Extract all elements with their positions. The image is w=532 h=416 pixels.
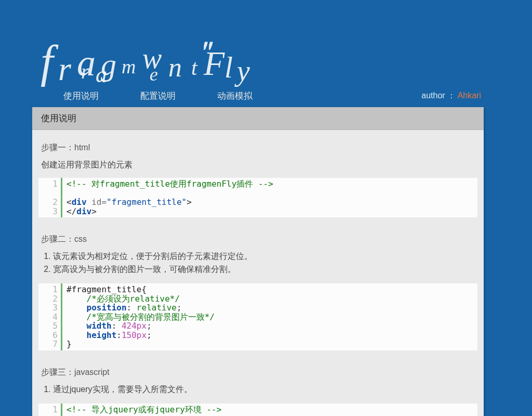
- step1-desc: 创建运用背景图片的元素: [32, 158, 484, 178]
- content-panel: 使用说明 步骤一：html 创建运用背景图片的元素 1 2 3 <!-- 对fr…: [32, 107, 484, 416]
- nav-link-usage[interactable]: 使用说明: [63, 90, 99, 102]
- code-lines: <!-- 对fragment_title使用fragmenFly插件 --> <…: [62, 178, 477, 217]
- section-header: 使用说明: [32, 107, 484, 130]
- author-sep: ：: [447, 91, 456, 100]
- step2-heading: 步骤二：css: [32, 220, 484, 249]
- step2-item: 宽高设为与被分割的图片一致，可确保精准分割。: [53, 263, 475, 276]
- author-name-link[interactable]: Ahkari: [458, 91, 481, 100]
- author-label: author: [421, 91, 445, 100]
- step3-heading: 步骤三：javascript: [32, 354, 484, 382]
- step1-code: 1 2 3 <!-- 对fragment_title使用fragmenFly插件…: [38, 178, 477, 217]
- code-lines: <!-- 导入jquery或有jquery环境 --> <script src=…: [62, 404, 477, 417]
- header-area: f r a r a g m w e n t ＂ F l y: [0, 0, 532, 80]
- code-gutter: 1 2 3: [38, 178, 62, 217]
- page-title-logo: f r a r a g m w e n t ＂ F l y: [31, 21, 251, 83]
- nav-link-config[interactable]: 配置说明: [140, 90, 176, 102]
- step3-item: 通过jquery实现，需要导入所需文件。: [53, 383, 475, 396]
- nav-links: 使用说明 配置说明 动画模拟: [63, 90, 252, 102]
- code-lines: #fragment_title{ /*必须设为relative*/ positi…: [62, 283, 477, 350]
- author-block: author ： Ahkari: [421, 90, 481, 101]
- code-gutter: 1 2: [38, 404, 62, 417]
- step2-list: 该元素设为相对定位，便于分割后的子元素进行定位。 宽高设为与被分割的图片一致，可…: [53, 250, 475, 276]
- code-gutter: 1 2 3 4 5 6 7: [38, 283, 62, 350]
- step3-code: 1 2 <!-- 导入jquery或有jquery环境 --> <script …: [38, 404, 477, 417]
- nav-link-animation[interactable]: 动画模拟: [217, 90, 252, 102]
- nav-bar: 使用说明 配置说明 动画模拟 author ： Ahkari: [32, 84, 532, 108]
- step2-code: 1 2 3 4 5 6 7 #fragment_title{ /*必须设为rel…: [38, 283, 477, 350]
- step3-list: 通过jquery实现，需要导入所需文件。: [53, 383, 475, 396]
- section-body: 步骤一：html 创建运用背景图片的元素 1 2 3 <!-- 对fragmen…: [32, 130, 484, 416]
- step1-heading: 步骤一：html: [32, 138, 484, 158]
- step2-item: 该元素设为相对定位，便于分割后的子元素进行定位。: [53, 250, 475, 263]
